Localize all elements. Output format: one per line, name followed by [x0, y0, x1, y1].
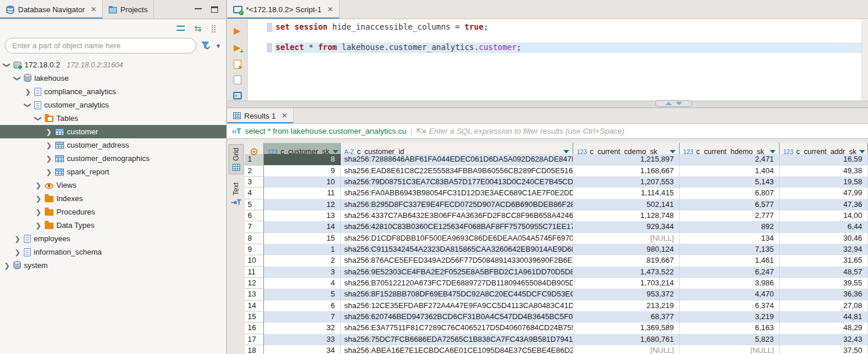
- expand-arrow-icon[interactable]: ❯: [24, 88, 31, 96]
- data-cell[interactable]: 953,372: [573, 289, 680, 300]
- data-cell[interactable]: 1,680,761: [573, 334, 680, 345]
- data-cell[interactable]: 12: [264, 199, 341, 210]
- row-number-cell[interactable]: 3: [245, 177, 264, 188]
- data-cell[interactable]: 6: [264, 301, 341, 312]
- data-cell[interactable]: 980,124: [573, 244, 680, 255]
- tab-script-1[interactable]: *<172.18.0.2> Script-1 ✕: [227, 0, 340, 19]
- row-number-cell[interactable]: 12: [245, 278, 264, 289]
- execute-new-tab-icon[interactable]: ▶: [232, 42, 242, 53]
- expand-filter-icon[interactable]: ⇱⇲: [416, 127, 424, 135]
- row-number-cell[interactable]: 11: [245, 267, 264, 278]
- execute-statement-icon[interactable]: ▶: [232, 26, 242, 36]
- row-number-cell[interactable]: 2: [245, 166, 264, 177]
- row-number-cell[interactable]: 1: [245, 154, 264, 165]
- data-cell[interactable]: sha256:72888646ABF61FA044EDEC061D6DA5A09…: [341, 154, 573, 165]
- data-cell[interactable]: 39,55: [780, 278, 868, 289]
- close-tab-icon[interactable]: ✕: [327, 5, 333, 13]
- data-cell[interactable]: 32: [264, 323, 341, 334]
- data-cell[interactable]: 47,99: [780, 188, 868, 199]
- data-cell[interactable]: 30,46: [780, 233, 868, 244]
- collapse-arrow-icon[interactable]: ❯: [13, 75, 22, 82]
- close-tab-icon[interactable]: ✕: [281, 112, 287, 120]
- tree-item-tables[interactable]: ❯Tables: [0, 112, 226, 125]
- view-menu-icon[interactable]: ⣿: [210, 24, 217, 33]
- data-cell[interactable]: 1,369,589: [573, 323, 680, 334]
- data-cell[interactable]: 33: [264, 334, 341, 345]
- presentation-grid-button[interactable]: Grid: [228, 144, 244, 174]
- data-cell[interactable]: 3,219: [680, 312, 780, 323]
- expand-arrow-icon[interactable]: ❯: [45, 155, 52, 163]
- tree-item-spark-report[interactable]: ❯spark_report: [0, 165, 226, 178]
- expand-arrow-icon[interactable]: ❯: [45, 168, 52, 176]
- data-cell[interactable]: 9: [264, 166, 341, 177]
- data-cell[interactable]: 49,38: [780, 166, 868, 177]
- data-cell[interactable]: 36,36: [780, 289, 868, 300]
- data-cell[interactable]: 819,667: [573, 255, 680, 266]
- column-dropdown-icon[interactable]: [563, 150, 569, 153]
- data-cell[interactable]: 1,404: [680, 166, 780, 177]
- data-cell[interactable]: 4: [264, 278, 341, 289]
- data-cell[interactable]: sha256:EAD8E61C8C22E555834FBBA9B60556CB2…: [341, 166, 573, 177]
- row-number-cell[interactable]: 7: [245, 221, 264, 233]
- data-cell[interactable]: 27,08: [780, 301, 868, 312]
- data-cell[interactable]: sha256:75DC7FCB6686EDA72565C1B838CA7FC43…: [341, 334, 573, 345]
- tree-item-customer-analytics[interactable]: ❯customer_analytics: [0, 98, 226, 112]
- data-cell[interactable]: 32,43: [780, 334, 868, 345]
- data-cell[interactable]: 213,219: [573, 301, 680, 312]
- row-number-cell[interactable]: 5: [245, 199, 264, 210]
- data-cell[interactable]: 48,57: [780, 267, 868, 278]
- data-cell[interactable]: 15: [264, 233, 341, 244]
- expand-arrow-icon[interactable]: ❯: [14, 248, 21, 256]
- tree-item-employees[interactable]: ❯employees: [0, 232, 226, 245]
- explain-plan-icon[interactable]: [232, 75, 242, 84]
- object-search-input[interactable]: [5, 38, 197, 53]
- data-cell[interactable]: 1,168,667: [573, 166, 680, 177]
- tree-item-compliance-analytics[interactable]: ❯compliance_analytics: [0, 85, 226, 98]
- data-cell[interactable]: 8: [264, 154, 341, 165]
- tree-item-customer-demographics[interactable]: ❯customer_demographics: [0, 152, 226, 165]
- data-cell[interactable]: sha256:ABEA16E7E1ECBDCA6E01CE1095D84E37C…: [341, 345, 573, 354]
- tree-item-customer[interactable]: ❯customer: [0, 125, 226, 138]
- tree-item-indexes[interactable]: ❯Indexes: [0, 192, 226, 205]
- data-cell[interactable]: 19,58: [780, 177, 868, 188]
- data-cell[interactable]: sha256:9E52303CE4FBA2E2F0525E8A5BFBD2C1A…: [341, 267, 573, 278]
- row-number-cell[interactable]: 9: [245, 244, 264, 255]
- expand-arrow-icon[interactable]: ❯: [45, 141, 52, 149]
- row-number-cell[interactable]: 10: [245, 255, 264, 266]
- data-cell[interactable]: 5,143: [680, 177, 780, 188]
- data-cell[interactable]: 2: [264, 255, 341, 266]
- link-with-editor-icon[interactable]: ⇆: [194, 24, 202, 33]
- tab-results-1[interactable]: Results 1 ✕: [227, 108, 294, 123]
- tree-item-views[interactable]: ❯Views: [0, 178, 226, 192]
- data-cell[interactable]: 5: [264, 289, 341, 300]
- minimize-icon[interactable]: [195, 8, 202, 9]
- data-cell[interactable]: sha256:E3A77511F81C7289C76C4065217D5D406…: [341, 323, 573, 334]
- tab-projects[interactable]: Projects: [103, 0, 154, 19]
- data-cell[interactable]: 5,823: [680, 334, 780, 345]
- data-cell[interactable]: 7,135: [680, 244, 780, 255]
- filter-funnel-icon[interactable]: [201, 41, 210, 50]
- row-number-cell[interactable]: 13: [245, 289, 264, 300]
- row-number-cell[interactable]: 6: [245, 210, 264, 221]
- data-cell[interactable]: sha256:876ACE5EFED349A2D56F77D5084891433…: [341, 255, 573, 266]
- maximize-icon[interactable]: [211, 6, 218, 13]
- data-cell[interactable]: 6,163: [680, 323, 780, 334]
- row-number-cell[interactable]: 17: [245, 334, 264, 345]
- data-cell[interactable]: 11: [264, 188, 341, 199]
- collapse-arrow-icon[interactable]: ❯: [34, 115, 42, 122]
- data-cell[interactable]: 1,473,522: [573, 267, 680, 278]
- data-cell[interactable]: sha256:C9115342454A2323DA815865CAA326064…: [341, 244, 573, 255]
- results-filter-bar[interactable]: ‹›T select * from lakehouse.customer_ana…: [227, 124, 868, 139]
- data-cell[interactable]: 37,50: [780, 345, 868, 354]
- data-cell[interactable]: [NULL]: [680, 345, 780, 354]
- tree-item-172-18-0-2[interactable]: ❯172.18.0.2172.18.0.2:31604: [0, 58, 226, 71]
- column-dropdown-icon[interactable]: [670, 150, 676, 153]
- data-cell[interactable]: [NULL]: [573, 345, 680, 354]
- row-number-cell[interactable]: 18: [245, 345, 264, 354]
- sash-down-icon[interactable]: [676, 102, 683, 105]
- data-cell[interactable]: sha256:4337C7AB6432E3B06FF4A3636FD2F8CC8…: [341, 210, 573, 221]
- collapse-arrow-icon[interactable]: ❯: [24, 102, 32, 109]
- column-dropdown-icon[interactable]: [859, 150, 865, 153]
- tree-item-customer-address[interactable]: ❯customer_address: [0, 138, 226, 152]
- data-cell[interactable]: 48,29: [780, 323, 868, 334]
